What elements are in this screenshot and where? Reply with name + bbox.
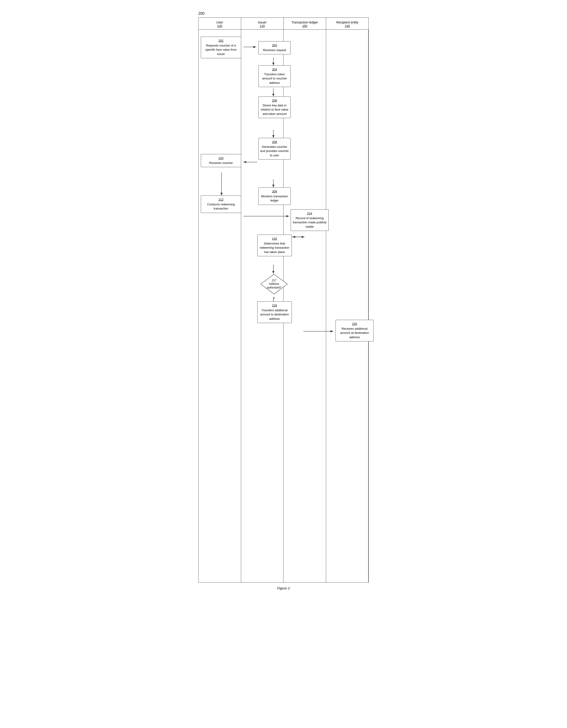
box-214: 214 Record of redeeming transaction made… xyxy=(291,209,329,231)
step-220-num: 220 xyxy=(337,322,372,326)
step-209-text: Monitors transaction ledger xyxy=(261,195,288,202)
diamond-217-text: 217Addressauthorized? xyxy=(260,274,288,294)
step-208-text: Generates voucher and provides voucher t… xyxy=(260,145,289,157)
step-218-text: Transfers additional amount to destinati… xyxy=(260,309,289,320)
ledger-id: 150 xyxy=(285,24,325,28)
step-202-num: 202 xyxy=(202,39,240,43)
header-issuer: Issuer 110 xyxy=(241,18,284,29)
box-204: 204 Transfers token amount to voucher ad… xyxy=(258,65,291,87)
step-216-text: Determines that redeeming transaction ha… xyxy=(260,242,289,253)
box-202: 202 Requests voucher of a specific face … xyxy=(201,37,241,58)
step-214-text: Record of redeeming transaction made pub… xyxy=(293,216,327,228)
content-area: 202 Requests voucher of a specific face … xyxy=(199,30,368,582)
issuer-id: 110 xyxy=(242,24,283,28)
user-id: 120 xyxy=(199,24,240,28)
step-202-text: Requests voucher of a specific face valu… xyxy=(205,44,237,55)
step-218-num: 218 xyxy=(259,303,290,308)
step-204-num: 204 xyxy=(260,67,289,72)
step-210-text: Receives voucher xyxy=(209,161,233,165)
user-name: User xyxy=(199,20,240,24)
step-208-num: 208 xyxy=(260,140,289,144)
header-row: User 120 Issuer 110 Transaction ledger 1… xyxy=(199,18,368,30)
box-210: 210 Receives voucher xyxy=(201,154,241,167)
header-ledger: Transaction ledger 150 xyxy=(284,18,326,29)
step-209-num: 209 xyxy=(260,189,289,194)
figure-caption: Figure 2 xyxy=(198,586,369,590)
box-218: 218 Transfers additional amount to desti… xyxy=(257,301,292,323)
recipient-name: Recipient entity xyxy=(327,20,368,24)
diagram-label: 200 xyxy=(198,12,369,16)
step-204-text: Transfers token amount to voucher addres… xyxy=(262,73,287,84)
recipient-id: 140 xyxy=(327,24,368,28)
ledger-name: Transaction ledger xyxy=(285,20,325,24)
step-203-text: Receives request xyxy=(263,48,286,52)
box-209: 209 Monitors transaction ledger xyxy=(258,187,291,205)
step-220-text: Receives additional amount at destinatio… xyxy=(340,327,369,339)
diagram-container: User 120 Issuer 110 Transaction ledger 1… xyxy=(198,17,369,582)
step-212-text: Conducts redeeming transaction xyxy=(207,203,235,210)
box-212: 212 Conducts redeeming transaction xyxy=(201,195,241,213)
step-210-num: 210 xyxy=(202,156,240,160)
box-206: 206 Stores key data in relation to face … xyxy=(258,96,291,118)
step-206-num: 206 xyxy=(260,99,289,103)
step-203-num: 203 xyxy=(260,43,289,47)
step-212-num: 212 xyxy=(202,198,240,202)
box-203: 203 Receives request xyxy=(258,41,291,54)
step-214-num: 214 xyxy=(292,211,327,215)
column-user xyxy=(199,30,241,582)
page: 200 User 120 Issuer 110 Transaction ledg… xyxy=(194,5,373,599)
box-220: 220 Receives additional amount at destin… xyxy=(336,320,374,341)
header-user: User 120 xyxy=(199,18,241,29)
box-208: 208 Generates voucher and provides vouch… xyxy=(258,138,291,160)
y-label: Y xyxy=(273,296,275,300)
header-recipient: Recipient entity 140 xyxy=(326,18,368,29)
column-recipient xyxy=(326,30,369,582)
box-216: 216 Determines that redeeming transactio… xyxy=(257,235,292,256)
step-206-text: Stores key data in relation to face valu… xyxy=(261,104,288,115)
diamond-217: 217Addressauthorized? xyxy=(260,274,288,294)
step-216-num: 216 xyxy=(259,237,290,241)
issuer-name: Issuer xyxy=(242,20,283,24)
diamond-217-container: 217Addressauthorized? xyxy=(260,274,288,294)
